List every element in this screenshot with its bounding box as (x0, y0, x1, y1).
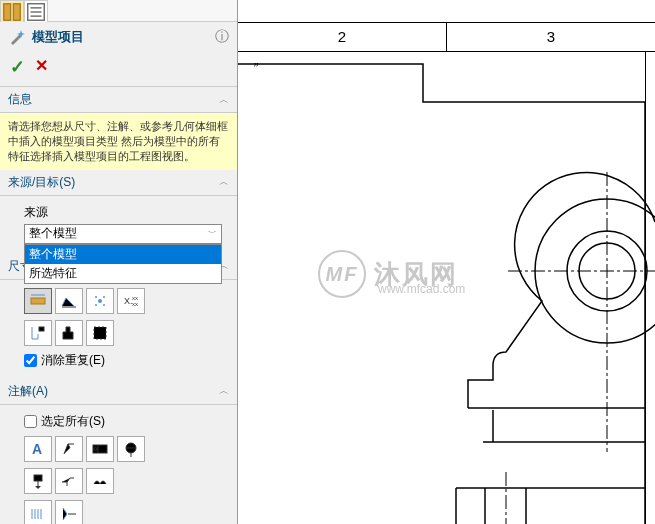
svg-point-10 (95, 296, 97, 298)
dim-not-marked-icon[interactable] (55, 288, 83, 314)
chevron-up-icon: ︿ (219, 384, 229, 398)
select-all-label: 选定所有(S) (41, 413, 105, 430)
source-dropdown: 整个模型 所选特征 (24, 244, 222, 284)
source-label: 来源 (24, 204, 227, 221)
svg-point-13 (103, 304, 105, 306)
chevron-up-icon: ︿ (219, 175, 229, 189)
svg-rect-1 (13, 3, 20, 20)
tab-features[interactable] (0, 0, 24, 22)
info-message: 请选择您想从尺寸、注解、或参考几何体细框中插入的模型项目类型 然后为模型中的所有… (0, 113, 237, 170)
annot-gtol-icon[interactable] (86, 436, 114, 462)
annot-datum-target-icon[interactable] (117, 436, 145, 462)
svg-text:A: A (32, 441, 42, 457)
wand-icon (8, 28, 26, 46)
eliminate-duplicates-checkbox[interactable] (24, 354, 37, 367)
horizontal-ruler: 2 3 (238, 22, 655, 52)
svg-text:xx: xx (132, 301, 138, 307)
svg-point-9 (98, 299, 102, 303)
info-section-head[interactable]: 信息 ︿ (0, 87, 237, 113)
source-option-selected[interactable]: 所选特征 (25, 264, 221, 283)
cad-drawing (238, 52, 655, 524)
cancel-button[interactable]: ✕ (35, 56, 48, 78)
chevron-down-icon: ﹀ (208, 227, 217, 240)
help-icon[interactable]: ⓘ (215, 28, 229, 46)
source-option-whole[interactable]: 整个模型 (25, 245, 221, 264)
annot-end-treatment-icon[interactable] (24, 500, 52, 524)
source-select[interactable]: 整个模型 ﹀ (24, 224, 222, 244)
svg-text:A: A (36, 475, 40, 481)
select-all-checkbox[interactable] (24, 415, 37, 428)
dim-hole-wizard-icon[interactable] (55, 320, 83, 346)
annot-weld-icon[interactable] (55, 468, 83, 494)
annot-note-icon[interactable]: A (24, 436, 52, 462)
dim-hole-callout-icon[interactable] (24, 320, 52, 346)
annot-surface-finish-icon[interactable] (55, 436, 83, 462)
dim-select-icon[interactable] (86, 320, 114, 346)
chevron-up-icon: ︿ (219, 93, 229, 107)
eliminate-duplicates-label: 消除重复(E) (41, 352, 105, 369)
annot-caterpillar-icon[interactable] (86, 468, 114, 494)
dim-instance-icon[interactable] (86, 288, 114, 314)
annot-datum-feature-icon[interactable]: A (24, 468, 52, 494)
svg-rect-18 (94, 327, 106, 339)
source-section-head[interactable]: 来源/目标(S) ︿ (0, 170, 237, 196)
annotations-section-head[interactable]: 注解(A) ︿ (0, 379, 237, 405)
dim-marked-icon[interactable] (24, 288, 52, 314)
svg-rect-0 (4, 3, 11, 20)
tab-properties[interactable] (24, 0, 48, 22)
svg-point-12 (95, 304, 97, 306)
svg-rect-17 (39, 327, 44, 331)
ok-button[interactable]: ✓ (10, 56, 25, 78)
panel-title: 模型项目 (32, 28, 84, 46)
svg-point-23 (94, 447, 97, 450)
drawing-area[interactable]: 2 3 ” MF 沐风网 www.mfcad.com (238, 0, 655, 524)
svg-marker-30 (35, 486, 41, 489)
annot-cosmetic-thread-icon[interactable] (55, 500, 83, 524)
svg-point-11 (103, 296, 105, 298)
svg-rect-6 (31, 298, 45, 304)
dim-tolerance-icon[interactable]: X.xxxx (117, 288, 145, 314)
